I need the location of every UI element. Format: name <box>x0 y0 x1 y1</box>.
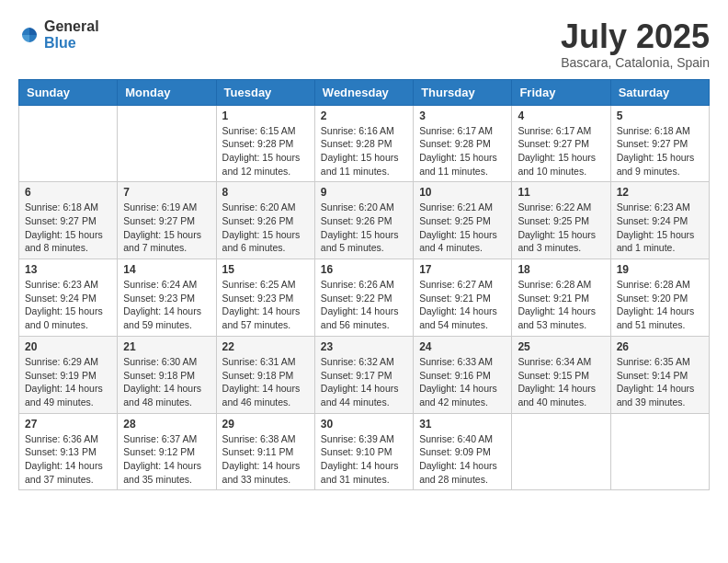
day-number: 5 <box>617 109 703 122</box>
day-info: Sunrise: 6:38 AMSunset: 9:11 PMDaylight:… <box>222 432 309 487</box>
day-number: 19 <box>617 263 703 276</box>
day-info: Sunrise: 6:25 AMSunset: 9:23 PMDaylight:… <box>222 278 309 332</box>
calendar: Sunday Monday Tuesday Wednesday Thursday… <box>18 79 710 491</box>
day-number: 26 <box>617 340 703 353</box>
calendar-week-row: 1Sunrise: 6:15 AMSunset: 9:28 PMDaylight… <box>19 105 710 182</box>
day-info: Sunrise: 6:23 AMSunset: 9:24 PMDaylight:… <box>617 201 703 255</box>
day-number: 14 <box>123 263 210 276</box>
day-number: 3 <box>419 109 506 122</box>
table-row: 23Sunrise: 6:32 AMSunset: 9:17 PMDayligh… <box>314 336 413 413</box>
day-info: Sunrise: 6:16 AMSunset: 9:28 PMDaylight:… <box>321 124 407 178</box>
table-row <box>19 105 118 182</box>
table-row: 12Sunrise: 6:23 AMSunset: 9:24 PMDayligh… <box>610 182 709 259</box>
day-number: 24 <box>419 340 506 353</box>
day-number: 21 <box>123 340 210 353</box>
table-row: 11Sunrise: 6:22 AMSunset: 9:25 PMDayligh… <box>512 182 610 259</box>
header-monday: Monday <box>118 79 216 105</box>
table-row: 28Sunrise: 6:37 AMSunset: 9:12 PMDayligh… <box>118 413 216 490</box>
day-number: 20 <box>25 340 111 353</box>
table-row: 20Sunrise: 6:29 AMSunset: 9:19 PMDayligh… <box>19 336 118 413</box>
day-info: Sunrise: 6:18 AMSunset: 9:27 PMDaylight:… <box>617 124 703 178</box>
header-thursday: Thursday <box>414 79 512 105</box>
day-info: Sunrise: 6:27 AMSunset: 9:21 PMDaylight:… <box>419 278 506 332</box>
table-row: 17Sunrise: 6:27 AMSunset: 9:21 PMDayligh… <box>414 259 512 337</box>
table-row: 30Sunrise: 6:39 AMSunset: 9:10 PMDayligh… <box>314 413 413 490</box>
header-wednesday: Wednesday <box>314 79 413 105</box>
month-title: July 2025 <box>561 18 710 55</box>
calendar-week-row: 13Sunrise: 6:23 AMSunset: 9:24 PMDayligh… <box>19 259 710 337</box>
table-row: 22Sunrise: 6:31 AMSunset: 9:18 PMDayligh… <box>216 336 314 413</box>
logo-general: General <box>44 18 99 34</box>
table-row <box>512 413 610 490</box>
day-number: 10 <box>419 186 506 199</box>
header-tuesday: Tuesday <box>216 79 314 105</box>
table-row: 21Sunrise: 6:30 AMSunset: 9:18 PMDayligh… <box>118 336 216 413</box>
day-info: Sunrise: 6:20 AMSunset: 9:26 PMDaylight:… <box>222 201 309 255</box>
table-row: 5Sunrise: 6:18 AMSunset: 9:27 PMDaylight… <box>610 105 709 182</box>
day-number: 8 <box>222 186 309 199</box>
location-title: Bascara, Catalonia, Spain <box>561 55 710 70</box>
day-number: 31 <box>419 418 506 431</box>
day-number: 7 <box>123 186 210 199</box>
table-row: 3Sunrise: 6:17 AMSunset: 9:28 PMDaylight… <box>414 105 512 182</box>
table-row: 13Sunrise: 6:23 AMSunset: 9:24 PMDayligh… <box>19 259 118 337</box>
table-row: 1Sunrise: 6:15 AMSunset: 9:28 PMDaylight… <box>216 105 314 182</box>
table-row <box>118 105 216 182</box>
table-row <box>610 413 709 490</box>
day-info: Sunrise: 6:32 AMSunset: 9:17 PMDaylight:… <box>321 355 407 409</box>
calendar-week-row: 20Sunrise: 6:29 AMSunset: 9:19 PMDayligh… <box>19 336 710 413</box>
day-info: Sunrise: 6:24 AMSunset: 9:23 PMDaylight:… <box>123 278 210 332</box>
day-info: Sunrise: 6:34 AMSunset: 9:15 PMDaylight:… <box>518 355 604 409</box>
day-number: 9 <box>321 186 407 199</box>
calendar-week-row: 27Sunrise: 6:36 AMSunset: 9:13 PMDayligh… <box>19 413 710 490</box>
day-number: 17 <box>419 263 506 276</box>
table-row: 7Sunrise: 6:19 AMSunset: 9:27 PMDaylight… <box>118 182 216 259</box>
day-number: 18 <box>518 263 604 276</box>
day-info: Sunrise: 6:20 AMSunset: 9:26 PMDaylight:… <box>321 201 407 255</box>
day-info: Sunrise: 6:17 AMSunset: 9:27 PMDaylight:… <box>518 124 604 178</box>
day-info: Sunrise: 6:23 AMSunset: 9:24 PMDaylight:… <box>25 278 111 332</box>
calendar-week-row: 6Sunrise: 6:18 AMSunset: 9:27 PMDaylight… <box>19 182 710 259</box>
day-info: Sunrise: 6:26 AMSunset: 9:22 PMDaylight:… <box>321 278 407 332</box>
header-friday: Friday <box>512 79 610 105</box>
day-number: 6 <box>25 186 111 199</box>
table-row: 26Sunrise: 6:35 AMSunset: 9:14 PMDayligh… <box>610 336 709 413</box>
table-row: 18Sunrise: 6:28 AMSunset: 9:21 PMDayligh… <box>512 259 610 337</box>
table-row: 16Sunrise: 6:26 AMSunset: 9:22 PMDayligh… <box>314 259 413 337</box>
day-number: 1 <box>222 109 309 122</box>
table-row: 29Sunrise: 6:38 AMSunset: 9:11 PMDayligh… <box>216 413 314 490</box>
table-row: 25Sunrise: 6:34 AMSunset: 9:15 PMDayligh… <box>512 336 610 413</box>
day-info: Sunrise: 6:33 AMSunset: 9:16 PMDaylight:… <box>419 355 506 409</box>
day-number: 13 <box>25 263 111 276</box>
day-info: Sunrise: 6:35 AMSunset: 9:14 PMDaylight:… <box>617 355 703 409</box>
logo-icon <box>18 24 40 46</box>
day-info: Sunrise: 6:28 AMSunset: 9:20 PMDaylight:… <box>617 278 703 332</box>
table-row: 6Sunrise: 6:18 AMSunset: 9:27 PMDaylight… <box>19 182 118 259</box>
day-number: 28 <box>123 418 210 431</box>
day-info: Sunrise: 6:40 AMSunset: 9:09 PMDaylight:… <box>419 432 506 487</box>
table-row: 14Sunrise: 6:24 AMSunset: 9:23 PMDayligh… <box>118 259 216 337</box>
day-info: Sunrise: 6:19 AMSunset: 9:27 PMDaylight:… <box>123 201 210 255</box>
table-row: 9Sunrise: 6:20 AMSunset: 9:26 PMDaylight… <box>314 182 413 259</box>
day-info: Sunrise: 6:36 AMSunset: 9:13 PMDaylight:… <box>25 432 111 487</box>
header: General Blue July 2025 Bascara, Cataloni… <box>18 18 710 70</box>
table-row: 8Sunrise: 6:20 AMSunset: 9:26 PMDaylight… <box>216 182 314 259</box>
table-row: 19Sunrise: 6:28 AMSunset: 9:20 PMDayligh… <box>610 259 709 337</box>
table-row: 15Sunrise: 6:25 AMSunset: 9:23 PMDayligh… <box>216 259 314 337</box>
table-row: 31Sunrise: 6:40 AMSunset: 9:09 PMDayligh… <box>414 413 512 490</box>
day-number: 2 <box>321 109 407 122</box>
table-row: 24Sunrise: 6:33 AMSunset: 9:16 PMDayligh… <box>414 336 512 413</box>
day-info: Sunrise: 6:39 AMSunset: 9:10 PMDaylight:… <box>321 432 407 487</box>
table-row: 10Sunrise: 6:21 AMSunset: 9:25 PMDayligh… <box>414 182 512 259</box>
day-info: Sunrise: 6:30 AMSunset: 9:18 PMDaylight:… <box>123 355 210 409</box>
day-number: 16 <box>321 263 407 276</box>
logo: General Blue <box>18 18 99 52</box>
day-info: Sunrise: 6:31 AMSunset: 9:18 PMDaylight:… <box>222 355 309 409</box>
day-number: 11 <box>518 186 604 199</box>
day-number: 22 <box>222 340 309 353</box>
day-number: 15 <box>222 263 309 276</box>
day-number: 27 <box>25 418 111 431</box>
table-row: 4Sunrise: 6:17 AMSunset: 9:27 PMDaylight… <box>512 105 610 182</box>
table-row: 27Sunrise: 6:36 AMSunset: 9:13 PMDayligh… <box>19 413 118 490</box>
title-area: July 2025 Bascara, Catalonia, Spain <box>561 18 710 70</box>
